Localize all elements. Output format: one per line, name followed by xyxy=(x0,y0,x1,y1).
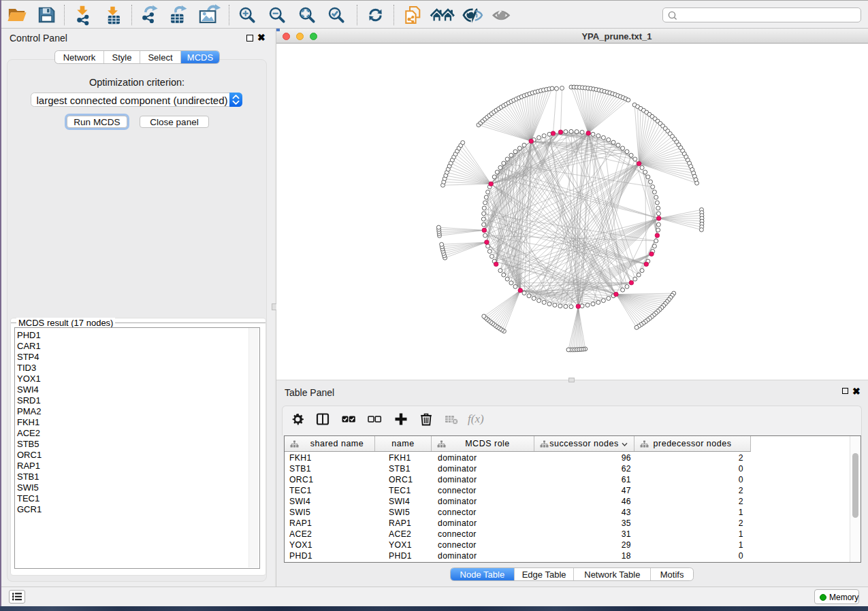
svg-text:f(x): f(x) xyxy=(468,412,484,425)
